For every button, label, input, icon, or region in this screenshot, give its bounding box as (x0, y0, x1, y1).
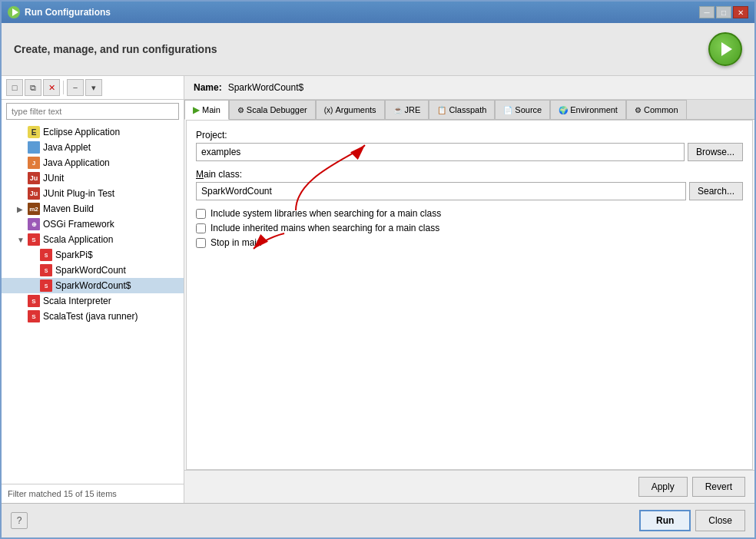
sparkpi-label: SparkPi$ (55, 250, 93, 260)
arrow-maven: ▶ (17, 205, 25, 213)
checkbox-stop-in-main-row: Stop in main (196, 237, 743, 248)
project-label-text: Project: (196, 130, 227, 141)
tab-arguments[interactable]: (x) Arguments (316, 100, 385, 119)
osgi-label: OSGi Framework (43, 219, 114, 230)
delete-config-button[interactable]: ✕ (43, 79, 60, 96)
scala-debugger-tab-label: Scala Debugger (247, 105, 307, 114)
config-tabs: ▶ Main ⚙ Scala Debugger (x) Arguments ☕ … (184, 100, 754, 120)
name-value: SparkWordCount$ (228, 82, 304, 93)
arrow-scala-app: ▼ (17, 236, 25, 244)
close-window-button[interactable]: ✕ (733, 6, 748, 18)
config-tree: E Eclipse Application Java Applet J Java… (2, 123, 184, 484)
tree-item-eclipse-app[interactable]: E Eclipse Application (2, 124, 184, 140)
run-configurations-window: Run Configurations ─ □ ✕ Create, manage,… (0, 0, 756, 539)
tree-item-scala-app[interactable]: ▼ S Scala Application (2, 232, 184, 247)
tab-common[interactable]: ⚙ Common (626, 100, 687, 119)
scala-debugger-tab-icon: ⚙ (237, 106, 244, 114)
left-panel: □ ⧉ ✕ − ▾ E Eclipse Application (2, 76, 184, 503)
title-bar: Run Configurations ─ □ ✕ (2, 2, 754, 23)
junit-plugin-icon: Ju (28, 187, 40, 200)
tree-item-java-app[interactable]: J Java Application (2, 155, 184, 170)
toolbar-separator (63, 81, 64, 94)
revert-button[interactable]: Revert (692, 477, 745, 497)
stop-in-main-checkbox[interactable] (196, 238, 206, 248)
right-panel: Name: SparkWordCount$ ▶ Main ⚙ Scala Deb… (184, 76, 754, 503)
tree-item-sparkpi[interactable]: S SparkPi$ (2, 247, 184, 263)
project-label: Project: (196, 130, 743, 141)
tab-source[interactable]: 📄 Source (495, 100, 550, 119)
jre-tab-icon: ☕ (393, 106, 403, 114)
include-sys-checkbox[interactable] (196, 209, 206, 219)
run-button[interactable]: Run (639, 510, 691, 531)
scala-app-label: Scala Application (43, 234, 113, 245)
tab-jre[interactable]: ☕ JRE (385, 100, 429, 119)
include-inherited-label: Include inherited mains when searching f… (211, 223, 439, 233)
expand-all-button[interactable]: ▾ (85, 79, 102, 96)
new-config-button[interactable]: □ (6, 79, 23, 96)
include-sys-label: Include system libraries when searching … (211, 208, 441, 219)
java-applet-icon (28, 141, 40, 154)
tree-item-scalatest[interactable]: S ScalaTest (java runner) (2, 309, 184, 324)
project-row: Project: Browse... (196, 130, 743, 161)
tab-environment[interactable]: 🌍 Environment (550, 100, 626, 119)
footer-left: ? (11, 512, 28, 529)
minimize-button[interactable]: ─ (699, 6, 715, 18)
tree-item-sparkwordcount[interactable]: S SparkWordCount (2, 263, 184, 278)
eclipse-app-icon: E (28, 126, 40, 138)
bottom-action-bar: Apply Revert (184, 470, 754, 503)
environment-tab-label: Environment (570, 105, 618, 114)
jre-tab-label: JRE (405, 105, 421, 114)
duplicate-config-button[interactable]: ⧉ (25, 79, 41, 96)
browse-project-button[interactable]: Browse... (688, 143, 743, 161)
maximize-button[interactable]: □ (716, 6, 731, 18)
common-tab-label: Common (644, 105, 678, 114)
scala-app-icon: S (28, 233, 40, 246)
tree-item-sparkwordcount-dollar[interactable]: S SparkWordCount$ (2, 278, 184, 293)
main-class-label-m: M (196, 169, 204, 180)
junit-plugin-label: JUnit Plug-in Test (43, 188, 114, 199)
eclipse-app-label: Eclipse Application (43, 127, 120, 137)
apply-button[interactable]: Apply (638, 477, 688, 497)
project-input-row: Browse... (196, 143, 743, 161)
sparkwordcount-label: SparkWordCount (55, 265, 126, 276)
left-toolbar: □ ⧉ ✕ − ▾ (2, 76, 184, 100)
junit-label: JUnit (43, 173, 64, 184)
tree-item-osgi[interactable]: ⊕ OSGi Framework (2, 217, 184, 232)
arguments-tab-icon: (x) (324, 106, 333, 114)
window-icon (8, 6, 20, 18)
window-title: Run Configurations (25, 7, 111, 18)
main-class-label-rest: ain class: (204, 169, 242, 180)
header: Create, manage, and run configurations (2, 23, 754, 76)
tree-item-scala-interp[interactable]: S Scala Interpreter (2, 293, 184, 309)
tree-item-junit-plugin[interactable]: Ju JUnit Plug-in Test (2, 186, 184, 201)
tree-item-junit[interactable]: Ju JUnit (2, 170, 184, 186)
help-button[interactable]: ? (11, 512, 28, 529)
run-icon-button[interactable] (708, 32, 742, 66)
tab-main[interactable]: ▶ Main (184, 100, 229, 120)
java-applet-label: Java Applet (43, 142, 91, 153)
tab-classpath[interactable]: 📋 Classpath (429, 100, 495, 119)
scala-interp-icon: S (28, 295, 40, 307)
source-tab-label: Source (515, 105, 542, 114)
collapse-all-button[interactable]: − (67, 79, 84, 96)
search-button[interactable]: Search... (689, 182, 743, 200)
bottom-right-actions: Apply Revert (638, 477, 745, 497)
filter-input[interactable] (6, 103, 179, 120)
classpath-tab-icon: 📋 (437, 106, 446, 114)
common-tab-icon: ⚙ (635, 106, 642, 114)
close-button[interactable]: Close (695, 510, 745, 531)
main-content: □ ⧉ ✕ − ▾ E Eclipse Application (2, 76, 754, 503)
main-tab-icon: ▶ (193, 104, 200, 115)
name-row: Name: SparkWordCount$ (184, 76, 754, 100)
maven-label: Maven Build (43, 203, 94, 214)
tree-item-maven[interactable]: ▶ m2 Maven Build (2, 201, 184, 217)
project-input[interactable] (196, 143, 685, 161)
maven-icon: m2 (28, 203, 40, 215)
main-class-input[interactable] (196, 182, 686, 200)
checkbox-include-inherited-row: Include inherited mains when searching f… (196, 223, 743, 233)
sparkwordcount-icon: S (40, 264, 52, 276)
tree-item-java-applet[interactable]: Java Applet (2, 140, 184, 155)
title-bar-controls: ─ □ ✕ (699, 6, 748, 18)
include-inherited-checkbox[interactable] (196, 223, 206, 233)
tab-scala-debugger[interactable]: ⚙ Scala Debugger (229, 100, 316, 119)
